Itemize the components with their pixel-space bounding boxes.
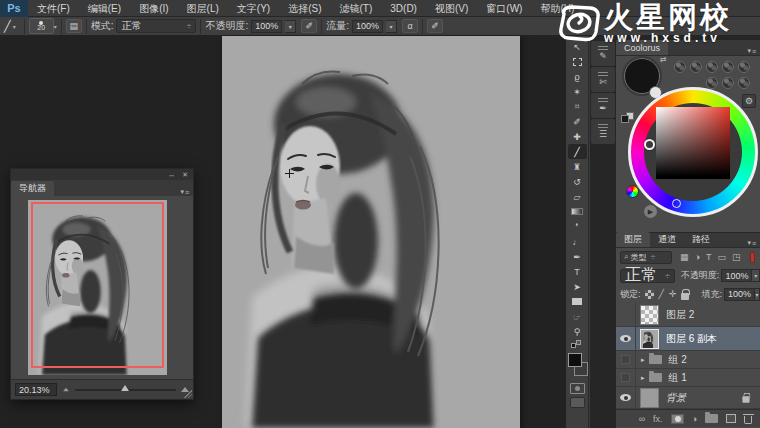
menu-type[interactable]: 文字(Y) — [228, 0, 279, 17]
color-wheel[interactable] — [628, 87, 758, 217]
blur-tool[interactable]: ❜ — [568, 219, 587, 234]
link-layers-icon[interactable]: ∞ — [639, 414, 645, 424]
play-icon[interactable]: ▶ — [644, 205, 657, 218]
lock-image-pixels-icon[interactable]: ╱ — [659, 289, 664, 299]
dodge-tool[interactable]: ♩ — [568, 234, 587, 249]
filter-shape-icon[interactable]: ▭ — [717, 252, 726, 262]
fill-field[interactable]: 100% — [724, 288, 755, 301]
layer-row-layer-6-copy[interactable]: 图层 6 副本 — [616, 327, 760, 351]
quick-mask-button[interactable] — [570, 383, 585, 394]
layer-thumbnail[interactable] — [640, 305, 659, 325]
settings-button[interactable]: ⚙ — [742, 94, 756, 108]
layer-name[interactable]: 背景 — [666, 391, 686, 405]
close-icon[interactable]: ✕ — [182, 170, 188, 180]
slider-thumb[interactable] — [121, 385, 129, 391]
navigator-zoom-slider[interactable] — [75, 389, 176, 391]
filter-adjustment-icon[interactable]: ◑ — [695, 252, 700, 262]
navigator-proxy-view-box[interactable] — [31, 202, 164, 368]
fill-dropdown[interactable]: ▾ — [755, 288, 760, 301]
foreground-color-swatch[interactable] — [568, 353, 582, 367]
layer-row-background[interactable]: 背景 — [616, 387, 760, 409]
lock-all-icon[interactable] — [681, 293, 689, 300]
filter-toggle-switch[interactable] — [750, 252, 755, 263]
gradient-tool[interactable] — [568, 204, 587, 219]
layer-name[interactable]: 图层 2 — [666, 308, 694, 322]
lasso-tool[interactable]: ϱ — [568, 69, 587, 84]
navigator-zoom-field[interactable]: 20.13% — [15, 383, 57, 396]
visibility-toggle[interactable] — [616, 387, 636, 408]
layer-opacity-dropdown[interactable]: ▾ — [752, 269, 760, 282]
size-pressure-button[interactable]: ✐ — [427, 19, 443, 33]
layer-row-layer-2[interactable]: 图层 2 — [616, 303, 760, 327]
layer-effects-button[interactable]: fx. — [653, 414, 663, 424]
panel-menu-button[interactable]: ▾ ≡ — [743, 239, 760, 247]
rectangular-marquee-tool[interactable] — [568, 54, 587, 69]
rectangle-tool[interactable] — [568, 294, 587, 309]
visibility-toggle[interactable] — [616, 369, 636, 386]
menu-file[interactable]: 文件(F) — [28, 0, 79, 17]
menu-layer[interactable]: 图层(L) — [178, 0, 228, 17]
default-colors-button[interactable] — [570, 340, 584, 350]
harmony-knob[interactable] — [722, 77, 734, 89]
expand-caret-icon[interactable]: ▸ — [641, 356, 645, 364]
flow-field[interactable]: 100% — [352, 20, 383, 33]
layer-name[interactable]: 图层 6 副本 — [666, 332, 717, 346]
layer-thumbnail[interactable] — [640, 388, 659, 408]
airbrush-button[interactable]: α — [402, 19, 418, 33]
lock-position-icon[interactable]: ✛ — [669, 289, 677, 299]
navigator-thumbnail[interactable] — [28, 200, 167, 375]
menu-select[interactable]: 选择(S) — [279, 0, 330, 17]
history-brush-tool[interactable]: ↺ — [568, 174, 587, 189]
brush-preset-picker[interactable]: 20 — [29, 18, 54, 34]
path-selection-tool[interactable]: ➤ — [568, 279, 587, 294]
spot-healing-brush-tool[interactable]: ✚ — [568, 129, 587, 144]
layer-row-group-1[interactable]: ▸ 组 1 — [616, 369, 760, 387]
tab-paths[interactable]: 路径 — [684, 232, 718, 247]
hue-selector[interactable] — [644, 139, 655, 150]
harmony-knob[interactable] — [738, 61, 750, 73]
horizontal-type-tool[interactable]: T — [568, 264, 587, 279]
tab-layers[interactable]: 图层 — [616, 232, 650, 247]
collapse-panel-icon[interactable]: ↔ — [168, 170, 175, 180]
resize-grip[interactable] — [184, 390, 192, 398]
harmony-knob[interactable] — [690, 61, 702, 73]
zoom-tool[interactable]: ⚲ — [568, 324, 587, 339]
hand-tool[interactable]: ☞ — [568, 309, 587, 324]
filter-type-select[interactable]: ⌕ 类型 ÷ — [620, 251, 672, 264]
panel-menu-button[interactable]: ▾ ≡ — [176, 188, 193, 196]
visibility-toggle[interactable] — [616, 351, 636, 368]
magic-wand-tool[interactable]: ✶ — [568, 84, 587, 99]
toggle-brush-panel-button[interactable]: ▤ — [66, 19, 82, 33]
clone-stamp-tool[interactable]: ♜ — [568, 159, 587, 174]
fg-bg-mini-swatches-icon[interactable] — [621, 112, 633, 122]
group-name[interactable]: 组 2 — [669, 353, 687, 367]
tab-channels[interactable]: 通道 — [650, 232, 684, 247]
document-canvas[interactable] — [222, 36, 520, 428]
crop-tool[interactable]: ⌗ — [568, 99, 587, 114]
swap-colors-icon[interactable]: ⇄ — [660, 56, 667, 64]
harmony-knob[interactable] — [738, 77, 750, 89]
color-wheel-mode-icon[interactable] — [626, 185, 639, 198]
harmony-knob[interactable] — [674, 61, 686, 73]
new-layer-icon[interactable] — [726, 414, 736, 423]
new-adjustment-layer-icon[interactable]: ◑ — [692, 414, 697, 424]
layer-thumbnail[interactable] — [640, 329, 659, 349]
filter-type-icon[interactable]: T — [706, 252, 712, 262]
add-layer-mask-icon[interactable] — [671, 414, 684, 424]
menu-window[interactable]: 窗口(W) — [477, 0, 531, 17]
brush-tool[interactable]: ╱ — [568, 144, 587, 159]
harmony-knob[interactable] — [722, 61, 734, 73]
harmony-knob[interactable] — [706, 77, 718, 89]
menu-filter[interactable]: 滤镜(T) — [331, 0, 382, 17]
tool-presets-panel-button[interactable]: ☰ — [591, 119, 615, 144]
menu-view[interactable]: 视图(V) — [426, 0, 477, 17]
delete-layer-icon[interactable] — [744, 416, 752, 424]
layer-blend-mode-select[interactable]: 正常 ÷ — [620, 269, 675, 283]
saturation-value-square[interactable] — [656, 107, 730, 179]
panel-menu-button[interactable]: ▾ ≡ — [743, 47, 760, 55]
sv-selector[interactable] — [672, 199, 681, 208]
eraser-tool[interactable]: ▱ — [568, 189, 587, 204]
opacity-pressure-button[interactable]: ✐ — [301, 19, 317, 33]
clone-source-panel-button[interactable]: ✄ — [591, 67, 615, 92]
chevron-down-icon[interactable]: ▾ — [54, 23, 57, 30]
